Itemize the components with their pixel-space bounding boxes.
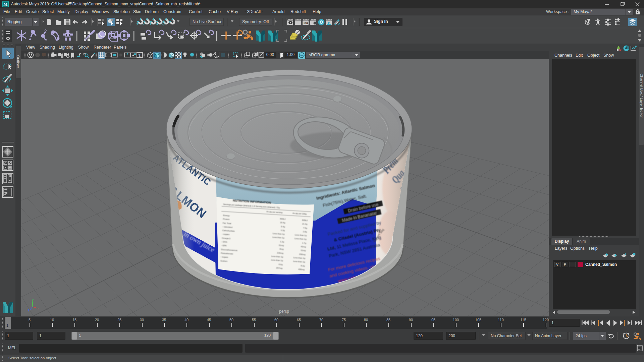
svg-text:IPR: IPR — [304, 22, 308, 25]
svg-text:ON: ON — [300, 54, 304, 57]
svg-text:x: x — [37, 307, 39, 310]
svg-text:T: T — [138, 53, 141, 58]
svg-text:y: y — [32, 298, 34, 302]
svg-text:M: M — [3, 2, 7, 7]
svg-text:z: z — [28, 308, 30, 312]
svg-text:persp: persp — [279, 309, 289, 314]
